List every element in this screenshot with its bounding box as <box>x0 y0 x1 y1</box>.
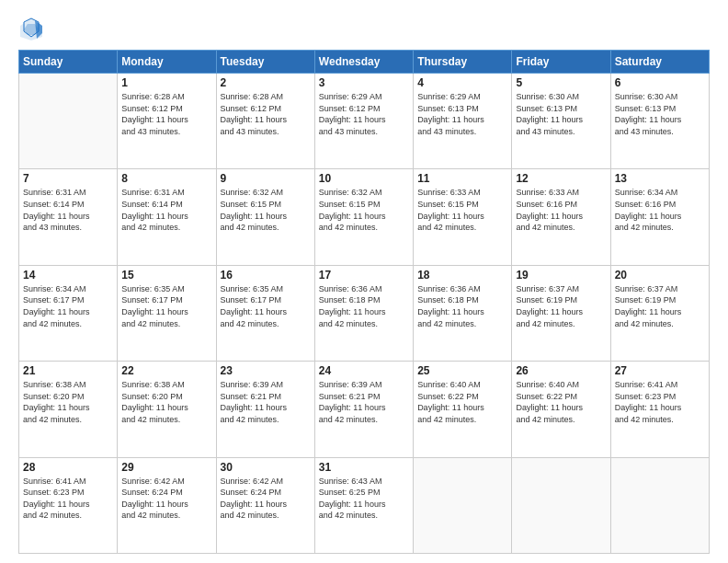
calendar-cell: 14Sunrise: 6:34 AM Sunset: 6:17 PM Dayli… <box>19 265 118 361</box>
day-info: Sunrise: 6:31 AM Sunset: 6:14 PM Dayligh… <box>23 187 113 233</box>
day-info: Sunrise: 6:30 AM Sunset: 6:13 PM Dayligh… <box>615 91 705 137</box>
day-info: Sunrise: 6:39 AM Sunset: 6:21 PM Dayligh… <box>221 379 311 425</box>
week-row-1: 7Sunrise: 6:31 AM Sunset: 6:14 PM Daylig… <box>19 169 710 265</box>
day-number: 5 <box>516 76 606 89</box>
day-number: 16 <box>221 269 311 282</box>
day-number: 6 <box>615 76 705 89</box>
weekday-header-thursday: Thursday <box>414 51 512 74</box>
calendar-cell: 24Sunrise: 6:39 AM Sunset: 6:21 PM Dayli… <box>314 362 413 457</box>
calendar-cell: 13Sunrise: 6:34 AM Sunset: 6:16 PM Dayli… <box>610 169 709 265</box>
calendar-cell: 31Sunrise: 6:43 AM Sunset: 6:25 PM Dayli… <box>314 457 413 553</box>
calendar-cell: 22Sunrise: 6:38 AM Sunset: 6:20 PM Dayli… <box>118 362 216 457</box>
day-info: Sunrise: 6:35 AM Sunset: 6:17 PM Dayligh… <box>121 283 211 329</box>
day-number: 1 <box>121 76 211 89</box>
day-info: Sunrise: 6:36 AM Sunset: 6:18 PM Dayligh… <box>417 283 507 329</box>
calendar-cell <box>19 74 118 169</box>
day-info: Sunrise: 6:38 AM Sunset: 6:20 PM Dayligh… <box>121 379 211 425</box>
day-info: Sunrise: 6:34 AM Sunset: 6:16 PM Dayligh… <box>615 187 705 233</box>
calendar-cell: 30Sunrise: 6:42 AM Sunset: 6:24 PM Dayli… <box>216 457 314 553</box>
weekday-header-friday: Friday <box>512 51 610 74</box>
day-number: 25 <box>417 364 507 377</box>
day-info: Sunrise: 6:43 AM Sunset: 6:25 PM Dayligh… <box>319 476 409 522</box>
calendar-cell: 5Sunrise: 6:30 AM Sunset: 6:13 PM Daylig… <box>512 74 610 169</box>
week-row-3: 21Sunrise: 6:38 AM Sunset: 6:20 PM Dayli… <box>19 362 710 457</box>
day-number: 12 <box>516 172 606 185</box>
day-info: Sunrise: 6:28 AM Sunset: 6:12 PM Dayligh… <box>121 91 211 137</box>
calendar-cell: 25Sunrise: 6:40 AM Sunset: 6:22 PM Dayli… <box>414 362 512 457</box>
day-info: Sunrise: 6:28 AM Sunset: 6:12 PM Dayligh… <box>221 91 311 137</box>
calendar-cell: 28Sunrise: 6:41 AM Sunset: 6:23 PM Dayli… <box>19 457 118 553</box>
day-number: 7 <box>23 172 113 185</box>
day-info: Sunrise: 6:32 AM Sunset: 6:15 PM Dayligh… <box>221 187 311 233</box>
header <box>18 17 710 42</box>
calendar-cell: 29Sunrise: 6:42 AM Sunset: 6:24 PM Dayli… <box>118 457 216 553</box>
calendar-cell: 19Sunrise: 6:37 AM Sunset: 6:19 PM Dayli… <box>512 265 610 361</box>
calendar-cell: 6Sunrise: 6:30 AM Sunset: 6:13 PM Daylig… <box>610 74 709 169</box>
day-info: Sunrise: 6:40 AM Sunset: 6:22 PM Dayligh… <box>417 379 507 425</box>
calendar-cell: 26Sunrise: 6:40 AM Sunset: 6:22 PM Dayli… <box>512 362 610 457</box>
day-number: 10 <box>319 172 409 185</box>
calendar-cell: 1Sunrise: 6:28 AM Sunset: 6:12 PM Daylig… <box>118 74 216 169</box>
day-info: Sunrise: 6:30 AM Sunset: 6:13 PM Dayligh… <box>516 91 606 137</box>
day-number: 17 <box>319 269 409 282</box>
day-number: 19 <box>516 269 606 282</box>
day-number: 26 <box>516 364 606 377</box>
week-row-0: 1Sunrise: 6:28 AM Sunset: 6:12 PM Daylig… <box>19 74 710 169</box>
day-info: Sunrise: 6:37 AM Sunset: 6:19 PM Dayligh… <box>516 283 606 329</box>
calendar-cell: 7Sunrise: 6:31 AM Sunset: 6:14 PM Daylig… <box>19 169 118 265</box>
day-number: 2 <box>221 76 311 89</box>
calendar-cell: 10Sunrise: 6:32 AM Sunset: 6:15 PM Dayli… <box>314 169 413 265</box>
day-info: Sunrise: 6:33 AM Sunset: 6:16 PM Dayligh… <box>516 187 606 233</box>
day-number: 28 <box>23 461 113 474</box>
calendar-cell <box>414 457 512 553</box>
calendar-cell: 23Sunrise: 6:39 AM Sunset: 6:21 PM Dayli… <box>216 362 314 457</box>
calendar-cell: 11Sunrise: 6:33 AM Sunset: 6:15 PM Dayli… <box>414 169 512 265</box>
day-number: 21 <box>23 364 113 377</box>
week-row-4: 28Sunrise: 6:41 AM Sunset: 6:23 PM Dayli… <box>19 457 710 553</box>
day-number: 4 <box>417 76 507 89</box>
calendar-cell: 9Sunrise: 6:32 AM Sunset: 6:15 PM Daylig… <box>216 169 314 265</box>
day-info: Sunrise: 6:31 AM Sunset: 6:14 PM Dayligh… <box>121 187 211 233</box>
weekday-header-row: SundayMondayTuesdayWednesdayThursdayFrid… <box>19 51 710 74</box>
day-info: Sunrise: 6:41 AM Sunset: 6:23 PM Dayligh… <box>615 379 705 425</box>
week-row-2: 14Sunrise: 6:34 AM Sunset: 6:17 PM Dayli… <box>19 265 710 361</box>
day-number: 8 <box>121 172 211 185</box>
calendar-cell: 2Sunrise: 6:28 AM Sunset: 6:12 PM Daylig… <box>216 74 314 169</box>
day-number: 24 <box>319 364 409 377</box>
calendar-cell: 16Sunrise: 6:35 AM Sunset: 6:17 PM Dayli… <box>216 265 314 361</box>
weekday-header-tuesday: Tuesday <box>216 51 314 74</box>
day-info: Sunrise: 6:42 AM Sunset: 6:24 PM Dayligh… <box>121 476 211 522</box>
calendar-cell: 27Sunrise: 6:41 AM Sunset: 6:23 PM Dayli… <box>610 362 709 457</box>
day-number: 9 <box>221 172 311 185</box>
weekday-header-monday: Monday <box>118 51 216 74</box>
day-number: 27 <box>615 364 705 377</box>
calendar-table: SundayMondayTuesdayWednesdayThursdayFrid… <box>18 50 710 554</box>
day-info: Sunrise: 6:33 AM Sunset: 6:15 PM Dayligh… <box>417 187 507 233</box>
day-info: Sunrise: 6:39 AM Sunset: 6:21 PM Dayligh… <box>319 379 409 425</box>
day-number: 18 <box>417 269 507 282</box>
day-info: Sunrise: 6:40 AM Sunset: 6:22 PM Dayligh… <box>516 379 606 425</box>
calendar-cell <box>610 457 709 553</box>
day-info: Sunrise: 6:41 AM Sunset: 6:23 PM Dayligh… <box>23 476 113 522</box>
day-info: Sunrise: 6:32 AM Sunset: 6:15 PM Dayligh… <box>319 187 409 233</box>
calendar-cell: 4Sunrise: 6:29 AM Sunset: 6:13 PM Daylig… <box>414 74 512 169</box>
day-info: Sunrise: 6:42 AM Sunset: 6:24 PM Dayligh… <box>221 476 311 522</box>
day-number: 29 <box>121 461 211 474</box>
calendar-cell: 17Sunrise: 6:36 AM Sunset: 6:18 PM Dayli… <box>314 265 413 361</box>
day-number: 20 <box>615 269 705 282</box>
logo <box>18 17 48 42</box>
calendar-cell: 18Sunrise: 6:36 AM Sunset: 6:18 PM Dayli… <box>414 265 512 361</box>
day-number: 15 <box>121 269 211 282</box>
day-number: 23 <box>221 364 311 377</box>
logo-icon <box>18 17 44 42</box>
day-number: 22 <box>121 364 211 377</box>
day-info: Sunrise: 6:38 AM Sunset: 6:20 PM Dayligh… <box>23 379 113 425</box>
calendar-cell: 8Sunrise: 6:31 AM Sunset: 6:14 PM Daylig… <box>118 169 216 265</box>
day-number: 14 <box>23 269 113 282</box>
page: SundayMondayTuesdayWednesdayThursdayFrid… <box>0 0 728 563</box>
weekday-header-sunday: Sunday <box>19 51 118 74</box>
weekday-header-wednesday: Wednesday <box>314 51 413 74</box>
calendar-cell: 21Sunrise: 6:38 AM Sunset: 6:20 PM Dayli… <box>19 362 118 457</box>
day-info: Sunrise: 6:29 AM Sunset: 6:12 PM Dayligh… <box>319 91 409 137</box>
day-info: Sunrise: 6:37 AM Sunset: 6:19 PM Dayligh… <box>615 283 705 329</box>
